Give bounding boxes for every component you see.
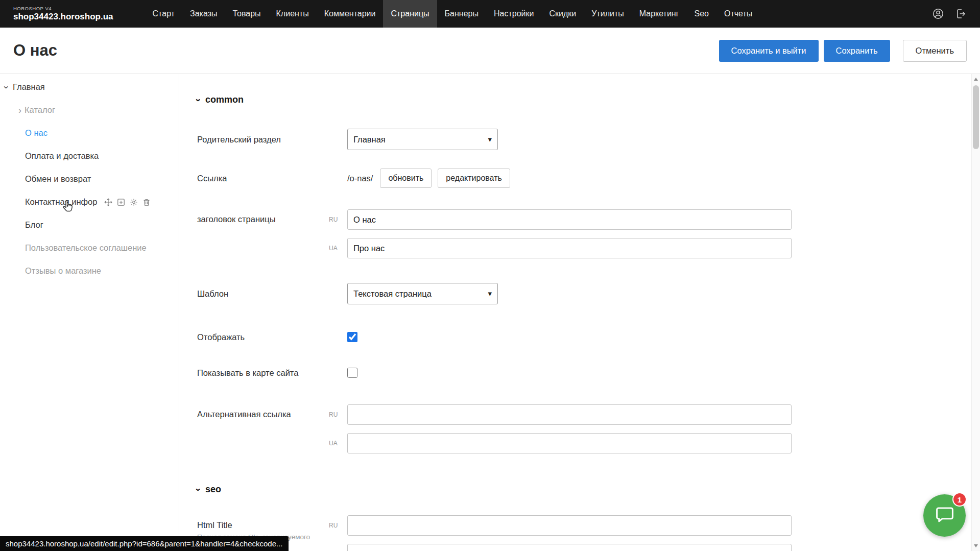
cancel-button[interactable]: Отменить xyxy=(903,40,967,62)
page-header: О нас Сохранить и выйти Сохранить Отмени… xyxy=(0,28,980,74)
section-title: common xyxy=(205,94,244,105)
trash-icon[interactable] xyxy=(142,198,151,206)
nav-seo[interactable]: Seo xyxy=(687,0,716,28)
sidebar-item-kontaktnaya-informatsiya[interactable]: Контактная инфор xyxy=(0,190,179,213)
chevron-right-icon: › xyxy=(18,106,21,115)
html-title-ua-input[interactable] xyxy=(347,544,792,551)
topbar: HOROSHOP V4 shop34423.horoshop.ua Старт … xyxy=(0,0,980,28)
page-title: О нас xyxy=(13,41,57,60)
save-button[interactable]: Сохранить xyxy=(824,40,890,62)
form-row-sitemap: Показывать в карте сайта xyxy=(197,368,980,378)
lang-ua-label: UA xyxy=(329,440,347,447)
brand-domain: shop34423.horoshop.ua xyxy=(13,12,113,22)
account-icon[interactable] xyxy=(932,8,944,20)
form-row-display: Отображать xyxy=(197,332,980,342)
sidebar-item-label: Главная xyxy=(13,82,45,92)
link-status-bar: shop34423.horoshop.ua/edit/edit.php?id=6… xyxy=(0,536,289,551)
html-title-ru-input[interactable] xyxy=(347,515,792,536)
sidebar-item-katalog[interactable]: › Каталог xyxy=(0,99,179,122)
link-path-value: /o-nas/ xyxy=(347,174,373,183)
chat-widget-button[interactable]: 1 xyxy=(923,494,966,537)
content-area: › Главная › Каталог О нас Оплата и доста… xyxy=(0,74,980,551)
template-select-wrap: Текстовая страница xyxy=(347,283,498,304)
form-row-alt-link: Альтернативная ссылка RU UA xyxy=(197,404,980,453)
alt-link-ru-input[interactable] xyxy=(347,404,792,425)
edit-link-button[interactable]: редактировать xyxy=(438,169,510,188)
logout-icon[interactable] xyxy=(954,8,967,20)
scrollbar-thumb[interactable] xyxy=(973,85,979,149)
brand-logo[interactable]: HOROSHOP V4 shop34423.horoshop.ua xyxy=(13,0,113,28)
sidebar-item-label: Пользовательское соглашение xyxy=(25,243,147,253)
nav-orders[interactable]: Заказы xyxy=(182,0,225,28)
sidebar-item-label: Обмен и возврат xyxy=(25,174,91,184)
nav-reports[interactable]: Отчеты xyxy=(716,0,760,28)
pages-tree-sidebar: › Главная › Каталог О нас Оплата и доста… xyxy=(0,74,179,551)
display-checkbox[interactable] xyxy=(347,332,357,342)
field-label: заголовок страницы xyxy=(197,209,329,224)
field-label-text: Html Title xyxy=(197,520,329,530)
alt-link-ua-input[interactable] xyxy=(347,433,792,453)
chevron-down-icon: › xyxy=(194,99,203,102)
sidebar-item-obmen-i-vozvrat[interactable]: Обмен и возврат xyxy=(0,167,179,190)
save-and-exit-button[interactable]: Сохранить и выйти xyxy=(719,40,819,62)
sidebar-item-label: Контактная инфор xyxy=(25,197,97,207)
template-select[interactable]: Текстовая страница xyxy=(347,283,498,304)
section-seo[interactable]: › seo xyxy=(197,484,980,495)
nav-comments[interactable]: Комментарии xyxy=(317,0,384,28)
parent-section-select-wrap: Главная xyxy=(347,129,498,150)
drag-move-icon[interactable] xyxy=(104,198,112,206)
top-nav: Старт Заказы Товары Клиенты Комментарии … xyxy=(145,0,932,28)
field-label: Шаблон xyxy=(197,289,329,299)
nav-marketing[interactable]: Маркетинг xyxy=(632,0,687,28)
nav-settings[interactable]: Настройки xyxy=(486,0,541,28)
sidebar-item-label: Каталог xyxy=(25,105,55,115)
chevron-down-icon: › xyxy=(2,86,11,89)
chevron-down-icon: › xyxy=(194,488,203,491)
chat-bubble-icon xyxy=(934,504,955,528)
sitemap-checkbox[interactable] xyxy=(347,368,357,378)
form-row-html-title: Html Title Полная замена title, генериру… xyxy=(197,515,980,551)
sidebar-item-label: Оплата и доставка xyxy=(25,151,99,161)
tree-item-actions xyxy=(104,198,151,206)
nav-banners[interactable]: Баннеры xyxy=(437,0,486,28)
page-title-ua-input[interactable] xyxy=(347,238,792,258)
sidebar-item-glavnaya[interactable]: › Главная xyxy=(0,76,179,99)
form-row-page-title: заголовок страницы RU UA xyxy=(197,209,980,258)
sidebar-item-o-nas[interactable]: О нас xyxy=(0,122,179,145)
field-label: Показывать в карте сайта xyxy=(197,368,329,378)
field-label: Родительский раздел xyxy=(197,135,329,145)
sidebar-item-label: Отзывы о магазине xyxy=(25,266,101,276)
form-row-parent-section: Родительский раздел Главная xyxy=(197,129,980,150)
form-row-link: Ссылка /o-nas/ обновить редактировать xyxy=(197,169,980,188)
nav-utilities[interactable]: Утилиты xyxy=(584,0,632,28)
field-label: Альтернативная ссылка xyxy=(197,404,329,419)
nav-start[interactable]: Старт xyxy=(145,0,182,28)
sidebar-item-otzyvy-o-magazine[interactable]: Отзывы о магазине xyxy=(0,259,179,282)
scroll-up-arrow-icon[interactable] xyxy=(974,78,978,81)
add-page-icon[interactable] xyxy=(117,198,125,206)
nav-clients[interactable]: Клиенты xyxy=(269,0,317,28)
form-row-template: Шаблон Текстовая страница xyxy=(197,283,980,304)
chat-unread-badge: 1 xyxy=(952,492,967,507)
parent-section-select[interactable]: Главная xyxy=(347,129,498,150)
page-title-ru-input[interactable] xyxy=(347,209,792,230)
sidebar-item-blog[interactable]: Блог xyxy=(0,213,179,236)
sidebar-item-polzovatelskoe-soglashenie[interactable]: Пользовательское соглашение xyxy=(0,236,179,259)
header-buttons: Сохранить и выйти Сохранить Отменить xyxy=(719,40,967,62)
nav-products[interactable]: Товары xyxy=(225,0,269,28)
lang-ru-label: RU xyxy=(329,411,347,418)
section-common[interactable]: › common xyxy=(197,94,980,105)
lang-ru-label: RU xyxy=(329,522,347,529)
sidebar-item-label: О нас xyxy=(25,128,47,138)
nav-discounts[interactable]: Скидки xyxy=(541,0,584,28)
refresh-link-button[interactable]: обновить xyxy=(380,169,432,188)
field-label: Отображать xyxy=(197,332,329,342)
lang-ua-label: UA xyxy=(329,245,347,252)
gear-icon[interactable] xyxy=(130,198,138,206)
nav-pages[interactable]: Страницы xyxy=(383,0,437,28)
scroll-down-arrow-icon[interactable] xyxy=(974,544,978,547)
sidebar-item-label: Блог xyxy=(25,220,43,230)
lang-ru-label: RU xyxy=(329,216,347,223)
sidebar-item-oplata-i-dostavka[interactable]: Оплата и доставка xyxy=(0,145,179,167)
vertical-scrollbar[interactable] xyxy=(971,74,980,551)
